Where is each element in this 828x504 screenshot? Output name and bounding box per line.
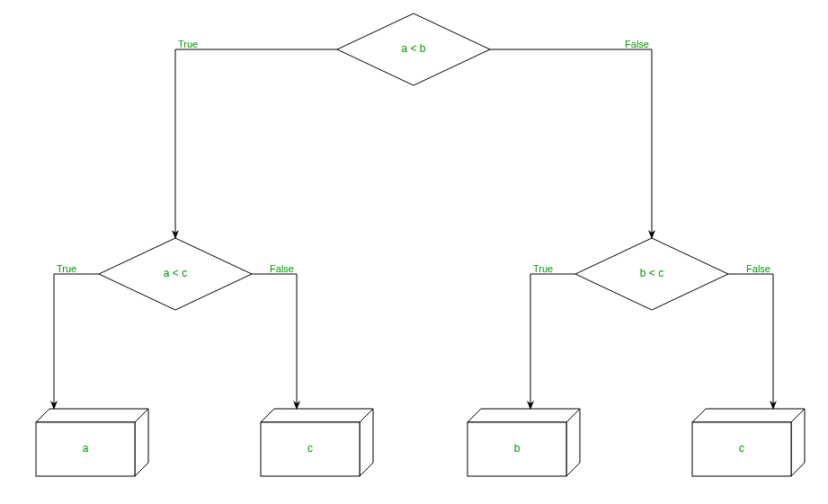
decision-root: a < b (337, 13, 490, 85)
decision-right-label: b < c (640, 267, 663, 279)
decision-left-label: a < c (164, 267, 187, 279)
edge-right-false-label: False (746, 263, 770, 274)
leaf-c-1: c (261, 409, 373, 476)
leaf-c-1-label: c (307, 442, 313, 455)
leaf-a: a (36, 409, 148, 476)
edge-root-false (490, 49, 652, 238)
edge-right-true (530, 274, 575, 409)
edge-left-false (252, 274, 297, 409)
decision-root-label: a < b (401, 42, 425, 55)
leaf-c-2: c (692, 409, 805, 476)
svg-marker-12 (692, 409, 805, 422)
flowchart-canvas: a < b a < c b < c a c b c True (0, 0, 828, 504)
edge-root-true (175, 49, 337, 238)
decision-right: b < c (575, 238, 728, 310)
edge-left-true (54, 274, 99, 409)
leaf-b-label: b (514, 442, 521, 455)
edge-right-true-label: True (533, 263, 553, 274)
svg-marker-6 (261, 409, 373, 422)
decision-left: a < c (99, 238, 252, 310)
svg-marker-9 (467, 409, 580, 422)
edge-right-false (728, 274, 773, 409)
edge-left-false-label: False (270, 263, 294, 274)
leaf-a-label: a (83, 442, 89, 455)
leaf-c-2-label: c (739, 442, 744, 455)
svg-marker-3 (36, 409, 148, 422)
edge-root-false-label: False (625, 39, 649, 49)
leaf-b: b (467, 409, 580, 476)
edge-left-true-label: True (57, 263, 76, 274)
edge-root-true-label: True (178, 39, 198, 49)
